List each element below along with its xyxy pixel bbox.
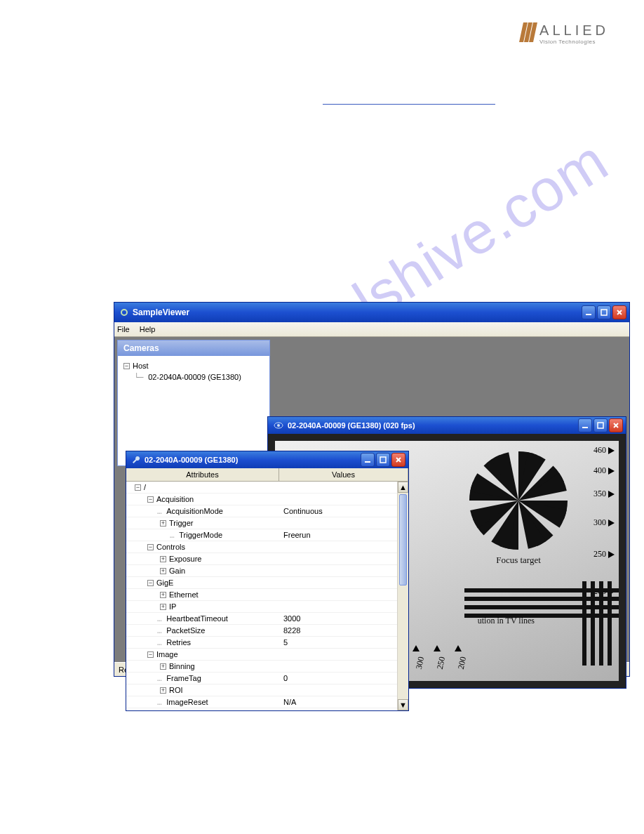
values-col-label[interactable]: Values [279,468,408,481]
attribute-row[interactable]: … Retries5 [126,637,408,649]
cameras-panel: Cameras − Host └─ 02-2040A-00009 (GE1380… [117,340,270,466]
attribute-value: Freerun [279,531,408,539]
menu-help[interactable]: Help [140,325,156,333]
close-button[interactable] [612,305,626,319]
menu-file[interactable]: File [117,325,130,333]
resolution-tick-bottom: 300 [414,656,427,670]
attribute-row[interactable]: +Trigger [126,517,408,529]
host-label: Host [133,362,149,370]
attr-close-button[interactable] [391,453,405,467]
tree-camera-row[interactable]: └─ 02-2040A-00009 (GE1380) [121,371,267,383]
attribute-row[interactable]: … AcquisitionModeContinuous [126,505,408,517]
attribute-label: ImageReset [166,698,208,706]
attribute-row[interactable]: −GigE [126,577,408,589]
svg-rect-8 [598,423,603,428]
attribute-row[interactable]: +Gain [126,565,408,577]
attribute-label: Image [156,650,178,658]
scroll-down-button[interactable]: ▼ [398,699,408,710]
minimize-button[interactable] [582,305,596,319]
collapse-icon[interactable]: − [147,651,154,658]
video-minimize-button[interactable] [578,418,592,432]
expand-icon[interactable]: + [160,520,166,527]
attributes-title: 02-2040A-00009 (GE1380) [145,456,238,464]
attribute-label: Exposure [169,555,201,563]
tree-host-row[interactable]: − Host [121,360,267,371]
attributes-titlebar[interactable]: 02-2040A-00009 (GE1380) [126,451,408,468]
attributes-window: 02-2040A-00009 (GE1380) Attributes Value… [126,451,409,711]
attributes-scrollbar[interactable]: ▲ ▼ [397,482,408,710]
cameras-tree[interactable]: − Host └─ 02-2040A-00009 (GE1380) [118,356,269,387]
expand-icon[interactable]: + [160,556,166,562]
attribute-row[interactable]: +IP [126,601,408,613]
collapse-icon[interactable]: − [147,496,154,503]
logo-bars-icon [519,22,537,42]
expand-icon[interactable]: + [160,604,166,610]
mdi-workspace: Cameras − Host └─ 02-2040A-00009 (GE1380… [114,337,629,662]
attribute-label: PacketSize [166,626,205,635]
app-titlebar[interactable]: SampleViewer [114,303,629,322]
resolution-tick-bottom: 200 [456,656,469,670]
triangle-icon [608,491,615,498]
resolution-bars [464,581,619,666]
attr-minimize-button[interactable] [361,453,375,467]
attribute-row[interactable]: +ROI [126,684,408,696]
app-icon [120,308,128,317]
collapse-icon[interactable]: − [147,580,154,586]
expand-icon[interactable]: + [160,592,166,598]
attribute-row[interactable]: … HeartbeatTimeout3000 [126,613,408,625]
attribute-label: Gain [169,567,185,575]
expand-icon[interactable]: + [160,663,166,670]
attribute-row[interactable]: −Image [126,649,408,661]
menubar: File Help [114,322,629,337]
tree-line-icon: … [157,626,166,635]
cameras-panel-title: Cameras [118,340,269,356]
attr-maximize-button[interactable] [376,453,390,467]
attribute-label: Acquisition [156,495,194,503]
attribute-label: AcquisitionMode [166,507,223,515]
video-titlebar[interactable]: 02-2040A-00009 (GE1380) (020 fps) [268,417,626,434]
attributes-tree[interactable]: −/−Acquisition… AcquisitionModeContinuou… [126,482,408,710]
attributes-col-label[interactable]: Attributes [126,468,279,481]
attribute-row[interactable]: … PacketSize8228 [126,625,408,637]
collapse-icon[interactable]: − [123,363,130,369]
video-close-button[interactable] [609,418,623,432]
attribute-value: N/A [279,698,408,706]
collapse-icon[interactable]: − [147,544,154,550]
attribute-row[interactable]: −Controls [126,541,408,553]
expand-icon[interactable]: + [160,568,166,574]
attribute-row[interactable]: … ImageResetN/A [126,696,408,708]
tree-line-icon: … [157,674,166,683]
eye-icon [274,422,283,429]
attribute-row[interactable]: +Exposure [126,553,408,565]
tree-line-icon: … [157,638,166,647]
attribute-value: Continuous [279,507,408,515]
tree-line-icon: … [157,614,166,623]
expand-icon[interactable]: + [160,687,166,694]
video-maximize-button[interactable] [593,418,608,432]
attribute-label: HeartbeatTimeout [166,614,228,623]
attribute-row[interactable]: −/ [126,482,408,494]
attribute-row[interactable]: +Binning [126,661,408,673]
tree-line-icon: └─ [125,373,148,382]
camera-label: 02-2040A-00009 (GE1380) [148,373,241,381]
svg-point-6 [277,424,280,427]
maximize-button[interactable] [597,305,611,319]
attribute-row[interactable]: −Acquisition [126,494,408,505]
svg-rect-11 [365,461,370,463]
svg-point-0 [121,310,127,315]
attribute-label: Controls [156,543,185,551]
logo-brand: ALLIED [539,22,609,39]
scroll-thumb[interactable] [399,494,407,585]
tree-line-icon: … [157,507,166,516]
wrench-icon [132,456,140,464]
collapse-icon[interactable]: − [135,484,141,491]
focus-target: Focus target [459,448,578,585]
attribute-row[interactable]: +Ethernet [126,589,408,601]
attribute-label: Retries [166,638,191,647]
attribute-row[interactable]: … TriggerModeFreerun [126,529,408,541]
attribute-row[interactable]: … FrameTag0 [126,673,408,684]
scroll-up-button[interactable]: ▲ [398,482,408,493]
app-title: SampleViewer [133,307,189,317]
tree-line-icon: … [170,531,179,540]
svg-rect-1 [586,314,591,315]
